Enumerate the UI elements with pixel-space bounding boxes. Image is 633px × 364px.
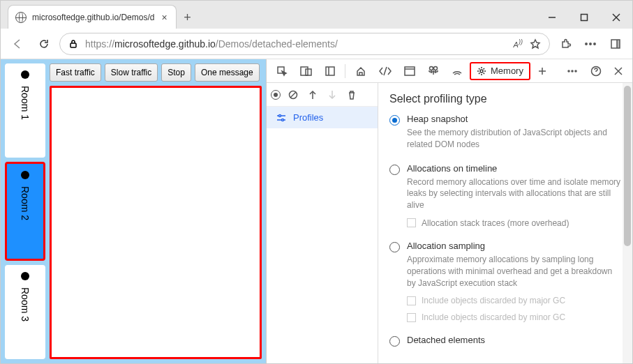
stop-button[interactable]: Stop	[161, 63, 191, 82]
radio-icon	[389, 336, 400, 347]
reader-icon[interactable]: A))	[514, 38, 523, 49]
refresh-button[interactable]	[33, 33, 55, 55]
memory-tab-label: Memory	[491, 66, 523, 76]
checkbox-icon	[407, 218, 416, 227]
sub-option-minor-gc[interactable]: Include objects discarded by minor GC	[407, 312, 621, 322]
browser-tab[interactable]: microsoftedge.github.io/Demos/d ×	[8, 5, 177, 29]
option-desc: Approximate memory allocations by sampli…	[407, 254, 621, 289]
profiles-section[interactable]: Profiles	[267, 107, 378, 128]
one-message-button[interactable]: One message	[195, 63, 260, 82]
record-button[interactable]	[271, 90, 281, 100]
gear-icon	[477, 66, 486, 76]
welcome-tool-icon[interactable]	[350, 62, 372, 80]
option-allocations-timeline[interactable]: Allocations on timeline Record memory al…	[389, 163, 621, 228]
back-button[interactable]	[6, 33, 29, 55]
elements-tool-icon[interactable]	[373, 62, 397, 80]
lock-icon	[68, 39, 78, 49]
add-tab-button[interactable]	[532, 62, 553, 80]
console-tool-icon[interactable]	[422, 62, 445, 80]
memory-tab[interactable]: Memory	[470, 62, 530, 80]
export-button	[325, 88, 339, 102]
devtools-toolbar: Memory	[267, 59, 632, 83]
room-1[interactable]: Room 1	[5, 63, 45, 158]
menu-icon[interactable]	[579, 33, 602, 55]
slow-traffic-button[interactable]: Slow traffic	[105, 63, 158, 82]
room-label: Room 1	[20, 86, 31, 120]
maximize-button[interactable]	[568, 6, 600, 29]
svg-point-7	[594, 43, 595, 44]
sources-tool-icon[interactable]	[399, 62, 421, 80]
svg-rect-13	[306, 69, 311, 75]
svg-rect-1	[581, 15, 588, 21]
sub-option-major-gc[interactable]: Include objects discarded by major GC	[407, 296, 621, 305]
memory-sidebar: Profiles	[267, 83, 378, 363]
sub-label: Allocation stack traces (more overhead)	[422, 218, 569, 228]
clear-button[interactable]	[286, 88, 300, 102]
option-allocation-sampling[interactable]: Allocation sampling Approximate memory a…	[389, 241, 621, 322]
more-tools-icon[interactable]	[561, 62, 583, 80]
room-3[interactable]: Room 3	[5, 265, 45, 359]
svg-point-24	[568, 70, 569, 72]
svg-rect-12	[301, 67, 308, 75]
sub-option-stack-traces[interactable]: Allocation stack traces (more overhead)	[407, 218, 621, 228]
option-title: Allocation sampling	[407, 241, 621, 251]
inspect-icon[interactable]	[271, 62, 293, 80]
status-dot	[21, 70, 29, 79]
help-icon[interactable]	[585, 62, 607, 80]
radio-icon	[389, 115, 400, 126]
profiles-label: Profiles	[293, 112, 323, 123]
svg-point-26	[575, 70, 576, 72]
scrollbar[interactable]	[623, 83, 632, 363]
close-window-button[interactable]	[600, 6, 632, 29]
svg-line-31	[290, 92, 296, 98]
option-title: Allocations on timeline	[407, 163, 621, 174]
url-text: https://microsoftedge.github.io/Demos/de…	[85, 38, 338, 50]
svg-point-36	[279, 114, 281, 116]
sub-label: Include objects discarded by major GC	[422, 296, 565, 305]
option-title: Heap snapshot	[407, 114, 621, 124]
globe-icon	[15, 12, 27, 23]
minimize-button[interactable]	[536, 6, 568, 29]
svg-point-25	[572, 70, 573, 72]
panel-heading: Select profiling type	[389, 93, 621, 105]
delete-button[interactable]	[345, 88, 359, 102]
url-box[interactable]: https://microsoftedge.github.io/Demos/de…	[59, 33, 550, 55]
memory-actions	[267, 83, 378, 107]
status-dot	[21, 171, 29, 179]
scrollbar-thumb[interactable]	[624, 86, 631, 246]
radio-icon	[389, 242, 400, 252]
option-heap-snapshot[interactable]: Heap snapshot See the memory distributio…	[389, 114, 621, 151]
svg-rect-4	[70, 43, 76, 47]
status-dot	[21, 272, 29, 280]
panel-icon[interactable]	[320, 62, 341, 80]
radio-icon	[389, 165, 400, 175]
close-icon[interactable]: ×	[160, 12, 168, 23]
svg-rect-10	[617, 40, 620, 48]
svg-rect-16	[405, 67, 415, 75]
option-desc: Record memory allocations over time and …	[407, 176, 621, 211]
fast-traffic-button[interactable]: Fast traffic	[50, 63, 101, 82]
star-icon[interactable]	[530, 38, 541, 50]
option-detached-elements[interactable]: Detached elements	[389, 335, 621, 348]
network-tool-icon[interactable]	[446, 62, 468, 80]
profiling-panel: Select profiling type Heap snapshot See …	[378, 83, 632, 363]
import-button[interactable]	[306, 88, 320, 102]
close-devtools-icon[interactable]	[609, 62, 628, 80]
extensions-icon[interactable]	[554, 33, 576, 55]
svg-point-21	[480, 70, 483, 73]
option-desc: See the memory distribution of JavaScrip…	[407, 127, 621, 151]
room-label: Room 2	[20, 186, 31, 220]
svg-point-5	[586, 43, 587, 44]
room-label: Room 3	[20, 287, 31, 321]
sidebar-icon[interactable]	[604, 33, 627, 55]
new-tab-button[interactable]: +	[177, 6, 199, 29]
rooms-sidebar: Room 1 Room 2 Room 3	[5, 63, 45, 359]
svg-rect-14	[326, 67, 334, 75]
svg-point-6	[590, 43, 591, 44]
browser-titlebar: microsoftedge.github.io/Demos/d × +	[1, 1, 632, 29]
room-2[interactable]: Room 2	[5, 162, 45, 260]
traffic-buttons: Fast traffic Slow traffic Stop One messa…	[50, 63, 262, 82]
tab-title: microsoftedge.github.io/Demos/d	[32, 13, 154, 22]
svg-point-37	[282, 119, 284, 121]
device-icon[interactable]	[295, 62, 318, 80]
